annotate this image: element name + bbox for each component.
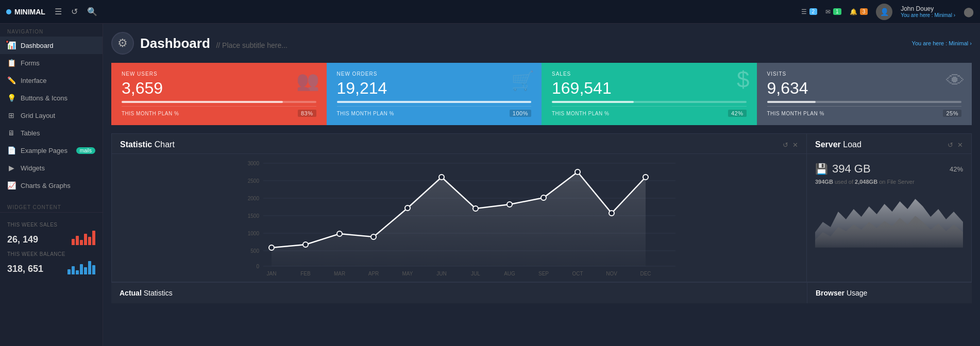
sidebar-item-charts[interactable]: 📈 Charts & Graphs <box>0 177 103 194</box>
svg-point-24 <box>575 169 580 175</box>
users-card-label: NEW USERS <box>122 71 316 77</box>
sidebar-item-dashboard[interactable]: 📊 Dashboard <box>0 37 103 54</box>
chart-area: 3000 2500 2000 1500 1000 500 0 <box>112 154 806 282</box>
dashboard-header-icon: ⚙ <box>117 37 128 50</box>
chart-close-icon[interactable]: ✕ <box>792 141 798 149</box>
browser-usage-panel: Browser Usage <box>807 283 972 303</box>
sales-card-value: 169,541 <box>552 79 747 98</box>
stat-card-users: 👥 NEW USERS 3,659 THIS MONTH PLAN % 83% <box>111 63 327 125</box>
mail-badge[interactable]: ✉ 1 <box>825 8 841 15</box>
bbar-1 <box>67 269 71 274</box>
users-card-footer: THIS MONTH PLAN % 83% <box>122 106 316 117</box>
dashboard-notif-dot <box>5 40 9 44</box>
topbar-right: ☰ 2 ✉ 1 🔔 3 👤 John Douey You are here : … <box>801 4 974 20</box>
interface-icon: ✏️ <box>7 76 15 84</box>
sidebar-item-tables[interactable]: 🖥 Tables <box>0 124 103 142</box>
breadcrumb-link[interactable]: Minimal › <box>934 12 955 18</box>
bar-4 <box>84 234 87 245</box>
server-title: Server Load <box>815 140 861 149</box>
topbar: MINIMAL ☰ ↺ 🔍 ☰ 2 ✉ 1 🔔 3 👤 John Douey Y… <box>0 0 980 24</box>
svg-point-16 <box>303 242 308 247</box>
server-title-bold: Server <box>815 140 841 149</box>
breadcrumb-bar: You are here : Minimal › <box>901 12 955 18</box>
logo-text: MINIMAL <box>14 8 45 16</box>
balance-bar-chart <box>67 259 95 274</box>
refresh-icon[interactable]: ↺ <box>71 7 78 16</box>
bbar-6 <box>88 261 91 274</box>
svg-point-17 <box>337 231 342 236</box>
page-breadcrumb-text: You are here : <box>912 40 948 46</box>
sales-footer-label: THIS MONTH PLAN % <box>552 111 609 116</box>
sidebar-item-buttons[interactable]: 💡 Buttons & Icons <box>0 89 103 107</box>
user-name: John Douey <box>901 5 955 12</box>
sales-bar-chart <box>72 230 95 245</box>
menu-icon[interactable]: ☰ <box>55 7 62 16</box>
users-percent: 83% <box>298 110 316 117</box>
chart-panel-header: Statistic Chart ↺ ✕ <box>112 134 806 154</box>
widget-section-label: WIDGET CONTENT <box>0 199 103 212</box>
topbar-left: MINIMAL ☰ ↺ 🔍 <box>6 7 97 16</box>
sidebar-label-example-pages: Example Pages <box>21 147 67 154</box>
grid-icon: ⊞ <box>7 111 15 119</box>
server-storage-left: 💾 394 GB <box>815 162 871 176</box>
bbar-3 <box>76 270 79 274</box>
main-layout: NAVIGATION 📊 Dashboard 📋 Forms ✏️ Interf… <box>0 24 980 346</box>
svg-text:AUG: AUG <box>504 271 515 276</box>
page-title: Dashboard <box>140 36 210 51</box>
sales-progress-fill <box>552 101 634 103</box>
svg-text:SEP: SEP <box>538 271 549 276</box>
chart-refresh-icon[interactable]: ↺ <box>783 141 788 149</box>
svg-point-18 <box>371 234 376 239</box>
actual-title-bold: Actual <box>120 289 142 297</box>
list-badge[interactable]: ☰ 2 <box>801 8 818 15</box>
svg-point-26 <box>643 175 648 180</box>
users-progress-bg <box>122 101 316 103</box>
svg-text:0: 0 <box>256 264 259 269</box>
visits-card-footer: THIS MONTH PLAN % 25% <box>767 106 962 117</box>
sales-card-footer: THIS MONTH PLAN % 42% <box>552 106 747 117</box>
hard-drive-icon: 💾 <box>815 163 828 175</box>
sidebar-item-forms[interactable]: 📋 Forms <box>0 54 103 72</box>
sales-percent: 42% <box>728 110 747 117</box>
server-total: 2,048GB <box>855 179 877 185</box>
orders-card-value: 19,214 <box>337 79 532 98</box>
server-gb: 394 GB <box>832 162 871 176</box>
bell-count: 3 <box>860 8 868 15</box>
users-footer-label: THIS MONTH PLAN % <box>122 111 179 116</box>
sidebar-item-interface[interactable]: ✏️ Interface <box>0 72 103 89</box>
week-sales-value: 26, 149 <box>7 234 38 245</box>
server-sub-text: 394GB used of 2,048GB on File Server <box>815 179 963 185</box>
visits-progress-bg <box>767 101 962 103</box>
page-breadcrumb-link[interactable]: Minimal › <box>949 40 972 46</box>
avatar[interactable]: 👤 <box>876 4 892 20</box>
server-area-chart <box>815 191 963 248</box>
server-refresh-icon[interactable]: ↺ <box>948 141 953 149</box>
bar-2 <box>76 236 79 245</box>
page-subtitle: // Place subtitle here... <box>216 41 288 49</box>
forms-icon: 📋 <box>7 59 15 67</box>
sidebar-label-widgets: Widgets <box>21 164 45 172</box>
mail-count: 1 <box>833 8 841 15</box>
users-progress-fill <box>122 101 283 103</box>
browser-title-light: Usage <box>847 289 867 297</box>
svg-text:JUL: JUL <box>471 271 480 276</box>
bell-badge[interactable]: 🔔 3 <box>850 8 868 15</box>
buttons-icon: 💡 <box>7 94 15 102</box>
sidebar-item-example-pages[interactable]: 📄 Example Pages mails <box>0 142 103 159</box>
actual-stats-panel: Actual Statistics <box>111 283 807 303</box>
server-load-panel: Server Load ↺ ✕ 💾 394 GB <box>807 133 972 282</box>
sales-card-label: SALES <box>552 71 747 77</box>
search-icon[interactable]: 🔍 <box>87 7 97 16</box>
mail-icon: ✉ <box>825 8 831 15</box>
orders-card-label: NEW ORDERS <box>337 71 532 77</box>
nav-section-label: NAVIGATION <box>0 24 103 37</box>
stat-card-orders: 🛒 NEW ORDERS 19,214 THIS MONTH PLAN % 10… <box>327 63 542 125</box>
actual-title-light: Statistics <box>144 289 173 297</box>
server-close-icon[interactable]: ✕ <box>957 141 963 149</box>
user-dropdown-icon[interactable]: ⬤ <box>964 6 974 18</box>
sidebar-item-widgets[interactable]: ▶ Widgets <box>0 159 103 177</box>
server-storage-row: 💾 394 GB 42% <box>815 162 963 176</box>
sidebar-item-grid[interactable]: ⊞ Grid Layout <box>0 107 103 124</box>
svg-point-21 <box>473 206 478 211</box>
tables-icon: 🖥 <box>7 129 15 137</box>
